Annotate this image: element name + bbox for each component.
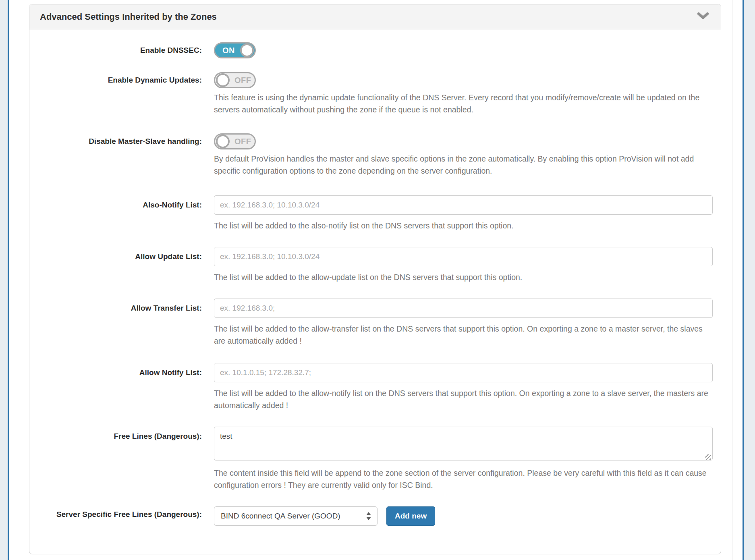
allow-transfer-list-input[interactable]: [214, 299, 713, 318]
page-background-right: [744, 0, 755, 560]
field-help-text: The list will be added to the also-notif…: [214, 220, 713, 232]
server-select[interactable]: BIND 6connect QA Server (GOOD): [214, 506, 378, 526]
collapse-toggle-button[interactable]: [696, 10, 710, 23]
free-lines-textarea[interactable]: test: [214, 427, 713, 460]
field-help-text: This feature is using the dynamic update…: [214, 91, 713, 116]
left-divider-line: [18, 0, 18, 560]
select-arrows-icon: [366, 512, 371, 520]
field-row-enable-dnssec: Enable DNSSEC: ON: [37, 42, 713, 58]
panel-header: Advanced Settings Inherited by the Zones: [29, 4, 721, 29]
field-row-enable-dynamic-updates: Enable Dynamic Updates: OFF This feature…: [37, 72, 713, 116]
field-row-server-specific-free-lines: Server Specific Free Lines (Dangerous): …: [37, 506, 713, 526]
allow-notify-list-input[interactable]: [214, 363, 713, 382]
toggle-knob: [216, 135, 230, 148]
field-row-allow-update-list: Allow Update List: The list will be adde…: [37, 247, 713, 283]
toggle-knob: [240, 44, 254, 57]
field-label: Allow Transfer List:: [37, 299, 202, 347]
resize-handle-icon[interactable]: [705, 454, 711, 460]
field-label: Allow Update List:: [37, 247, 202, 283]
left-accent-rule: [8, 0, 9, 560]
page-background-left: [0, 0, 8, 560]
toggle-knob: [216, 73, 230, 87]
field-help-text: The content inside this field will be ap…: [214, 467, 713, 491]
field-label: Enable DNSSEC:: [37, 42, 202, 58]
field-label: Server Specific Free Lines (Dangerous):: [37, 506, 202, 526]
add-new-button[interactable]: Add new: [386, 506, 435, 526]
field-label: Enable Dynamic Updates:: [37, 72, 202, 116]
also-notify-list-input[interactable]: [214, 195, 713, 215]
allow-update-list-input[interactable]: [214, 247, 713, 266]
advanced-settings-panel: Advanced Settings Inherited by the Zones…: [29, 4, 721, 554]
chevron-down-icon: [697, 12, 709, 21]
field-row-allow-notify-list: Allow Notify List: The list will be adde…: [37, 363, 713, 411]
panel-body: Enable DNSSEC: ON Enable Dynamic Updates…: [29, 42, 721, 526]
right-divider-line: [732, 0, 732, 560]
field-row-disable-master-slave: Disable Master-Slave handling: OFF By de…: [37, 133, 713, 177]
field-label: Free Lines (Dangerous):: [37, 427, 202, 491]
field-label: Also-Notify List:: [37, 195, 202, 232]
field-help-text: The list will be added to the allow-upda…: [214, 271, 713, 283]
disable-master-slave-toggle[interactable]: OFF: [214, 133, 256, 149]
field-label: Allow Notify List:: [37, 363, 202, 411]
field-help-text: The list will be added to the allow-tran…: [214, 323, 713, 347]
field-help-text: The list will be added to the allow-noti…: [214, 387, 713, 411]
enable-dnssec-toggle[interactable]: ON: [214, 42, 256, 58]
panel-title: Advanced Settings Inherited by the Zones: [40, 12, 217, 22]
server-select-value: BIND 6connect QA Server (GOOD): [221, 512, 340, 521]
enable-dynamic-updates-toggle[interactable]: OFF: [214, 72, 256, 88]
field-row-also-notify-list: Also-Notify List: The list will be added…: [37, 195, 713, 232]
field-row-free-lines: Free Lines (Dangerous): test The content…: [37, 427, 713, 491]
field-help-text: By default ProVision handles the master …: [214, 153, 713, 177]
field-label: Disable Master-Slave handling:: [37, 133, 202, 177]
field-row-allow-transfer-list: Allow Transfer List: The list will be ad…: [37, 299, 713, 347]
page: Advanced Settings Inherited by the Zones…: [0, 0, 755, 560]
